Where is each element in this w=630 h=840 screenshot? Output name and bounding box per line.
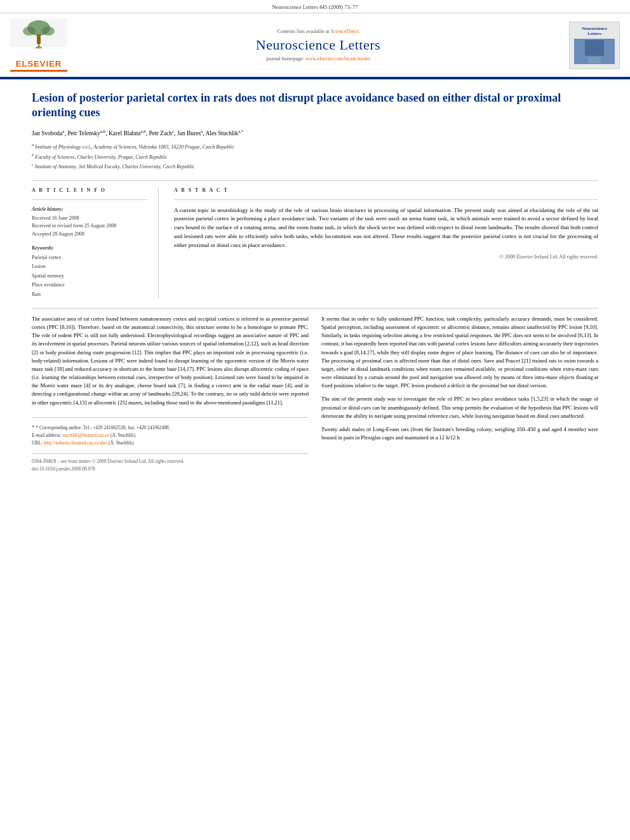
footer-doi: doi:10.1016/j.neulet.2008.08.078 — [32, 465, 309, 473]
footnote-area: * * Corresponding author. Tel.: +420 241… — [32, 417, 309, 447]
divider-2 — [32, 199, 148, 200]
keyword-5: Rats — [32, 290, 148, 299]
info-abstract-section: A R T I C L E I N F O Article history: R… — [32, 187, 598, 299]
banner-center: Contents lists available at ScienceDirec… — [75, 29, 561, 62]
divider-3 — [174, 199, 598, 200]
elsevier-text: ELSEVIER — [16, 59, 62, 69]
keyword-3: Spatial memory — [32, 272, 148, 281]
journal-name: Neuroscience Letters — [75, 37, 561, 53]
abstract-text: A current topic in neurobiology is the s… — [174, 206, 598, 251]
article-info-column: A R T I C L E I N F O Article history: R… — [32, 187, 159, 299]
divider-1 — [32, 180, 598, 181]
body-col-left: The associative area of rat cortex found… — [32, 315, 309, 473]
svg-point-5 — [37, 41, 41, 44]
svg-point-4 — [42, 27, 55, 36]
history-item-1: Received 16 June 2008 — [32, 215, 148, 223]
history-item-3: Accepted 28 August 2008 — [32, 230, 148, 239]
page-footer: 0304-3940/$ – see front matter © 2008 El… — [32, 453, 309, 472]
journal-citation: Neuroscience Letters 445 (2008) 73–77 — [0, 0, 630, 13]
keywords-label: Keywords: — [32, 245, 148, 251]
footer-issn: 0304-3940/$ – see front matter © 2008 El… — [32, 458, 309, 465]
abstract-column: A B S T R A C T A current topic in neuro… — [174, 187, 598, 299]
elsevier-logo: ELSEVIER — [10, 18, 67, 72]
authors-line: Jan Svobodaa, Petr Telenskya,b, Karel Bl… — [32, 128, 598, 138]
journal-thumbnail: Neuroscience Letters — [569, 22, 620, 69]
article-title: Lesion of posterior parietal cortex in r… — [32, 91, 598, 121]
footnote-email: E-mail address: stuchlik@biomed.cas.cz (… — [32, 432, 309, 439]
abstract-label: A B S T R A C T — [174, 187, 598, 193]
journal-banner: ELSEVIER Contents lists available at Sci… — [0, 13, 630, 78]
copyright-line: © 2008 Elsevier Ireland Ltd. All rights … — [174, 254, 598, 260]
keyword-1: Parietal cortex — [32, 253, 148, 262]
affiliations: a Institute of Physiology v.v.i., Academ… — [32, 142, 598, 171]
journal-homepage: journal homepage: www.elsevier.com/locat… — [75, 56, 561, 62]
body-para-2: It seems that in order to fully understa… — [321, 315, 598, 390]
divider-4 — [32, 308, 598, 309]
body-text-section: The associative area of rat cortex found… — [32, 315, 598, 473]
sciencedirect-link[interactable]: ScienceDirect — [331, 29, 359, 34]
footnote-corresponding: * * Corresponding author. Tel.: +420 241… — [32, 423, 309, 432]
sciencedirect-text: Contents lists available at ScienceDirec… — [75, 29, 561, 34]
svg-point-3 — [23, 27, 36, 36]
keyword-2: Lesion — [32, 262, 148, 271]
body-para-4: Twenty adult males of Long-Evans rats (f… — [321, 425, 598, 442]
body-para-3: The aim of the present study was to inve… — [321, 395, 598, 420]
main-content: Lesion of posterior parietal cortex in r… — [0, 79, 630, 484]
body-para-1: The associative area of rat cortex found… — [32, 315, 309, 407]
article-info-label: A R T I C L E I N F O — [32, 187, 148, 193]
body-col-right: It seems that in order to fully understa… — [321, 315, 598, 473]
history-label: Article history: — [32, 206, 148, 212]
keyword-4: Place avoidance — [32, 281, 148, 290]
history-item-2: Received in revised form 25 August 2008 — [32, 222, 148, 230]
footnote-url: URL: http://industry.biomed.cas.cz/ales … — [32, 439, 309, 447]
